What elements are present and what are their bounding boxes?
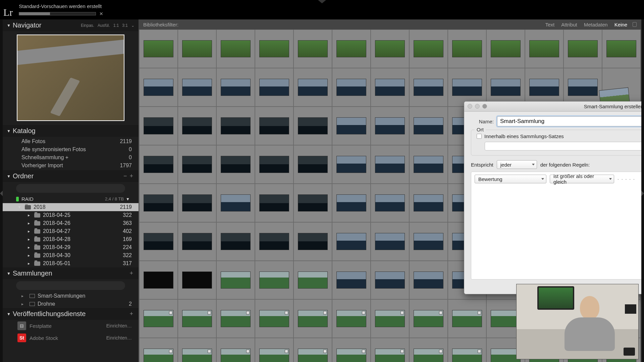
grid-cell[interactable]: [293, 29, 332, 68]
dialog-titlebar[interactable]: Smart-Sammlung erstellen: [464, 102, 644, 112]
publish-action[interactable]: Einrichten…: [106, 335, 132, 341]
grid-cell[interactable]: [409, 338, 448, 362]
grid-cell[interactable]: [178, 68, 216, 107]
grid-cell[interactable]: [602, 29, 641, 68]
grid-cell[interactable]: [371, 261, 409, 299]
grid-cell[interactable]: [255, 338, 293, 362]
grid-cell[interactable]: [409, 184, 448, 222]
grid-cell[interactable]: [293, 145, 332, 184]
rule-op-select[interactable]: ist größer als oder gleich: [550, 175, 614, 183]
grid-cell[interactable]: [371, 29, 409, 68]
grid-cell[interactable]: [371, 107, 409, 145]
grid-cell[interactable]: [332, 184, 371, 222]
grid-cell[interactable]: [255, 184, 293, 222]
folder-row[interactable]: ▸2018-04-29224: [3, 243, 139, 251]
disclosure-icon[interactable]: ▸: [26, 253, 32, 258]
filter-opt[interactable]: Attribut: [558, 22, 581, 27]
plus-icon[interactable]: +: [128, 310, 135, 317]
folder-search-input[interactable]: [16, 184, 125, 193]
katalog-row[interactable]: Schnellsammlung +0: [3, 154, 139, 162]
publish-action[interactable]: Einrichten…: [106, 323, 132, 328]
disclosure-icon[interactable]: ▼: [17, 205, 22, 209]
folder-row[interactable]: ▸2018-04-28169: [3, 235, 139, 243]
rating-dots[interactable]: · · · · ·: [618, 176, 635, 182]
volume-row[interactable]: RAID 2,4 / 8 TB ▼: [3, 195, 139, 203]
grid-cell[interactable]: [178, 184, 216, 222]
grid-cell[interactable]: [448, 338, 486, 362]
grid-cell[interactable]: [178, 338, 216, 362]
disclosure-icon[interactable]: ▸: [26, 221, 32, 226]
grid-cell[interactable]: [293, 338, 332, 362]
plus-icon[interactable]: +: [128, 173, 135, 180]
inside-set-checkbox-row[interactable]: Innerhalb eines Sammlungs-Satzes: [477, 133, 644, 139]
filter-opt[interactable]: Metadaten: [581, 22, 611, 27]
grid-cell[interactable]: [255, 261, 293, 299]
panel-notch-icon[interactable]: [318, 0, 326, 3]
grid-cell[interactable]: [409, 299, 448, 338]
grid-cell[interactable]: [216, 338, 255, 362]
disclosure-icon[interactable]: ▼: [7, 271, 11, 276]
filter-lock-icon[interactable]: [633, 22, 637, 27]
grid-cell[interactable]: [255, 222, 293, 261]
grid-cell[interactable]: [332, 222, 371, 261]
grid-cell[interactable]: [139, 107, 178, 145]
grid-cell[interactable]: [216, 184, 255, 222]
grid-cell[interactable]: [371, 184, 409, 222]
collection-search-input[interactable]: [16, 281, 125, 290]
grid-cell[interactable]: [255, 29, 293, 68]
disclosure-icon[interactable]: ▸: [26, 229, 32, 234]
grid-cell[interactable]: [293, 68, 332, 107]
grid-cell[interactable]: [448, 299, 486, 338]
grid-cell[interactable]: [139, 145, 178, 184]
navigator-preview[interactable]: [17, 35, 124, 121]
folder-row[interactable]: ▸2018-04-27402: [3, 227, 139, 235]
right-edge-expand[interactable]: [641, 19, 644, 362]
grid-cell[interactable]: [216, 299, 255, 338]
grid-cell[interactable]: [371, 338, 409, 362]
grid-cell[interactable]: [178, 145, 216, 184]
grid-cell[interactable]: [332, 68, 371, 107]
grid-cell[interactable]: [139, 222, 178, 261]
katalog-row[interactable]: Alle synchronisierten Fotos0: [3, 145, 139, 154]
grid-cell[interactable]: [178, 222, 216, 261]
grid-cell[interactable]: [332, 261, 371, 299]
ordner-header[interactable]: ▼ Ordner − +: [3, 170, 139, 182]
grid-cell[interactable]: [371, 222, 409, 261]
grid-cell[interactable]: [371, 299, 409, 338]
nav-zoom-opt[interactable]: ⌄: [131, 23, 135, 28]
disclosure-icon[interactable]: ▼: [7, 129, 11, 133]
grid-cell[interactable]: [332, 299, 371, 338]
disclosure-icon[interactable]: ▼: [7, 312, 11, 316]
grid-cell[interactable]: [525, 29, 564, 68]
grid-cell[interactable]: [409, 261, 448, 299]
grid-cell[interactable]: [371, 68, 409, 107]
grid-cell[interactable]: [216, 145, 255, 184]
folder-year-row[interactable]: ▼ 2018 2119: [3, 203, 139, 211]
grid-cell[interactable]: [255, 68, 293, 107]
grid-cell[interactable]: [448, 68, 486, 107]
grid-cell[interactable]: [602, 68, 641, 107]
grid-cell[interactable]: [139, 29, 178, 68]
navigator-header[interactable]: ▼ Navigator Einpas.Ausfül.1:13:1⌄: [3, 19, 139, 31]
disclosure-icon[interactable]: ▸: [26, 261, 32, 266]
grid-cell[interactable]: [216, 29, 255, 68]
nav-zoom-opt[interactable]: Ausfül.: [98, 23, 110, 28]
grid-cell[interactable]: [178, 107, 216, 145]
grid-cell[interactable]: [178, 29, 216, 68]
grid-cell[interactable]: [564, 29, 602, 68]
grid-cell[interactable]: [178, 261, 216, 299]
grid-cell[interactable]: [293, 184, 332, 222]
plus-icon[interactable]: +: [128, 270, 135, 277]
grid-cell[interactable]: [409, 68, 448, 107]
filter-opt[interactable]: Text: [542, 22, 558, 27]
minus-icon[interactable]: −: [122, 173, 128, 180]
grid-cell[interactable]: [409, 145, 448, 184]
grid-cell[interactable]: [293, 299, 332, 338]
disclosure-icon[interactable]: ▸: [26, 237, 32, 242]
filter-opt[interactable]: Keine: [611, 22, 631, 27]
publish-row[interactable]: ⊟FestplatteEinrichten…: [3, 320, 139, 332]
disclosure-icon[interactable]: ▼: [7, 174, 11, 179]
grid-cell[interactable]: [216, 107, 255, 145]
grid-cell[interactable]: [139, 68, 178, 107]
disclosure-icon[interactable]: ▸: [26, 213, 32, 218]
